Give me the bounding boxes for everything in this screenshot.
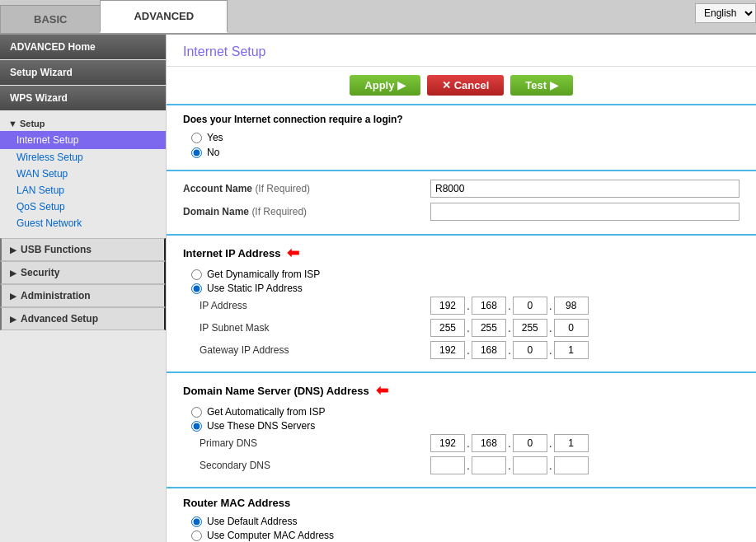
language-dropdown[interactable]: English <box>695 3 756 23</box>
primary-dns-d[interactable] <box>554 434 589 452</box>
secondary-dns-d[interactable] <box>554 456 589 474</box>
top-tab-bar: BASIC ADVANCED English <box>0 0 756 35</box>
setup-section: ▼ Setup Internet Setup Wireless Setup WA… <box>0 111 166 235</box>
account-name-label: Account Name (If Required) <box>183 183 430 194</box>
account-name-row: Account Name (If Required) <box>183 180 740 198</box>
account-name-input-wrap <box>430 180 740 198</box>
subnet-mask-inputs: . . . <box>430 319 589 337</box>
sidebar-item-advanced-setup[interactable]: ▶ Advanced Setup <box>0 307 166 330</box>
language-selector[interactable]: English <box>695 3 756 23</box>
sidebar-item-guest-network[interactable]: Guest Network <box>0 215 166 231</box>
test-button[interactable]: Test <box>510 75 572 96</box>
sidebar-item-internet-setup[interactable]: Internet Setup <box>0 131 166 149</box>
ip-address-inputs: . . . <box>430 297 589 315</box>
get-auto-dns-radio[interactable] <box>191 407 202 418</box>
use-default-mac-row: Use Default Address <box>191 516 740 527</box>
use-static-row: Use Static IP Address <box>191 283 740 294</box>
primary-dns-b[interactable] <box>472 434 506 452</box>
primary-dns-a[interactable] <box>430 434 465 452</box>
main-content: Internet Setup Apply Cancel Test Does yo… <box>167 35 756 542</box>
sidebar-item-qos-setup[interactable]: QoS Setup <box>0 199 166 215</box>
internet-ip-section: Internet IP Address ⬅ Get Dynamically fr… <box>167 236 756 373</box>
domain-name-input[interactable] <box>430 203 740 221</box>
subnet-mask-row: IP Subnet Mask . . . <box>183 319 740 337</box>
subnet-b[interactable] <box>472 319 506 337</box>
domain-name-row: Domain Name (If Required) <box>183 203 740 221</box>
use-static-radio[interactable] <box>191 283 202 294</box>
apply-button[interactable]: Apply <box>350 75 420 96</box>
primary-dns-inputs: . . . <box>430 434 589 452</box>
secondary-dns-c[interactable] <box>513 456 547 474</box>
sidebar-item-wps-wizard[interactable]: WPS Wizard <box>0 86 166 110</box>
get-dynamic-label: Get Dynamically from ISP <box>207 269 320 280</box>
sidebar: ADVANCED Home Setup Wizard WPS Wizard ▼ … <box>0 35 167 542</box>
sidebar-item-advanced-home[interactable]: ADVANCED Home <box>0 35 166 59</box>
account-domain-section: Account Name (If Required) Domain Name (… <box>167 171 756 236</box>
sidebar-item-usb-functions[interactable]: ▶ USB Functions <box>0 238 166 261</box>
mac-section: Router MAC Address Use Default Address U… <box>167 488 756 542</box>
sidebar-item-administration[interactable]: ▶ Administration <box>0 284 166 307</box>
subnet-mask-label: IP Subnet Mask <box>183 322 430 334</box>
use-static-label: Use Static IP Address <box>207 283 303 294</box>
secondary-dns-inputs: . . . <box>430 456 589 474</box>
subnet-d[interactable] <box>554 319 589 337</box>
gateway-d[interactable] <box>554 341 589 359</box>
sidebar-item-setup-wizard[interactable]: Setup Wizard <box>0 60 166 85</box>
gateway-label: Gateway IP Address <box>183 344 430 356</box>
security-arrow-icon: ▶ <box>10 269 16 278</box>
domain-name-input-wrap <box>430 203 740 221</box>
login-no-row: No <box>191 147 740 158</box>
account-name-input[interactable] <box>430 180 740 198</box>
login-no-radio[interactable] <box>191 147 202 158</box>
primary-dns-label: Primary DNS <box>183 437 430 449</box>
get-auto-dns-row: Get Automatically from ISP <box>191 406 740 418</box>
use-these-dns-row: Use These DNS Servers <box>191 420 740 432</box>
gateway-a[interactable] <box>430 341 465 359</box>
setup-section-title: ▼ Setup <box>0 114 166 131</box>
use-computer-mac-radio[interactable] <box>191 530 202 541</box>
subnet-c[interactable] <box>513 319 547 337</box>
use-computer-mac-label: Use Computer MAC Address <box>207 530 334 541</box>
admin-arrow-icon: ▶ <box>10 292 16 301</box>
login-yes-label: Yes <box>207 132 223 143</box>
get-dynamic-radio[interactable] <box>191 269 202 280</box>
sidebar-item-wireless-setup[interactable]: Wireless Setup <box>0 149 166 166</box>
tab-advanced[interactable]: ADVANCED <box>100 0 228 33</box>
mac-section-header: Router MAC Address <box>183 497 740 509</box>
secondary-dns-b[interactable] <box>472 456 506 474</box>
ip-address-row: IP Address . . . <box>183 297 740 315</box>
secondary-dns-label: Secondary DNS <box>183 460 430 471</box>
sidebar-item-lan-setup[interactable]: LAN Setup <box>0 182 166 199</box>
login-yes-row: Yes <box>191 132 740 143</box>
ip-address-a[interactable] <box>430 297 465 315</box>
gateway-row: Gateway IP Address . . . <box>183 341 740 359</box>
ip-address-c[interactable] <box>513 297 547 315</box>
subnet-a[interactable] <box>430 319 465 337</box>
sidebar-item-wan-setup[interactable]: WAN Setup <box>0 166 166 182</box>
sidebar-item-security[interactable]: ▶ Security <box>0 261 166 284</box>
ip-address-b[interactable] <box>472 297 506 315</box>
internet-ip-arrow-icon: ⬅ <box>287 244 299 262</box>
domain-name-label: Domain Name (If Required) <box>183 206 430 217</box>
use-these-dns-radio[interactable] <box>191 421 202 432</box>
use-these-dns-label: Use These DNS Servers <box>207 420 315 432</box>
primary-dns-row: Primary DNS . . . <box>183 434 740 452</box>
gateway-inputs: . . . <box>430 341 589 359</box>
use-default-mac-radio[interactable] <box>191 516 202 527</box>
secondary-dns-a[interactable] <box>430 456 465 474</box>
ip-address-d[interactable] <box>554 297 589 315</box>
get-auto-dns-label: Get Automatically from ISP <box>207 406 325 418</box>
primary-dns-c[interactable] <box>513 434 547 452</box>
usb-arrow-icon: ▶ <box>10 245 16 255</box>
dns-header: Domain Name Server (DNS) Address ⬅ <box>183 381 740 399</box>
use-default-mac-label: Use Default Address <box>207 516 297 527</box>
secondary-dns-row: Secondary DNS . . . <box>183 456 740 474</box>
gateway-c[interactable] <box>513 341 547 359</box>
dns-section: Domain Name Server (DNS) Address ⬅ Get A… <box>167 373 756 488</box>
login-yes-radio[interactable] <box>191 133 202 143</box>
advanced-arrow-icon: ▶ <box>10 315 16 324</box>
page-title: Internet Setup <box>167 35 756 67</box>
tab-basic[interactable]: BASIC <box>0 5 101 33</box>
gateway-b[interactable] <box>472 341 506 359</box>
cancel-button[interactable]: Cancel <box>427 75 504 96</box>
